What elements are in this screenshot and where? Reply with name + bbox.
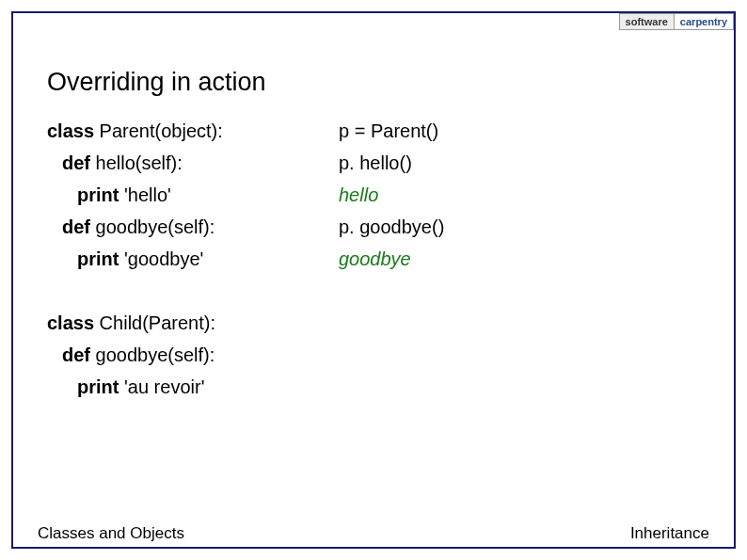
keyword-def: def <box>62 216 90 237</box>
keyword-print: print <box>77 184 119 205</box>
keyword-print: print <box>77 248 119 269</box>
code-line: print 'au revoir' <box>47 371 339 403</box>
code-text: Child(Parent): <box>94 312 215 333</box>
keyword-def: def <box>62 344 90 365</box>
code-line: p. goodbye() <box>339 211 700 243</box>
software-carpentry-logo: software carpentry <box>619 13 734 31</box>
slide-content: class Parent(object): def hello(self): p… <box>47 115 700 403</box>
code-line: class Parent(object): <box>47 115 339 147</box>
left-code-column: class Parent(object): def hello(self): p… <box>47 115 339 403</box>
keyword-class: class <box>47 120 94 141</box>
output-line: hello <box>339 179 700 211</box>
keyword-def: def <box>62 152 90 173</box>
blank-line <box>47 275 339 307</box>
footer-left: Classes and Objects <box>38 524 184 543</box>
code-line: def hello(self): <box>47 147 339 179</box>
output-line: goodbye <box>339 243 700 275</box>
code-text: 'au revoir' <box>119 376 204 397</box>
code-text: goodbye(self): <box>90 344 215 365</box>
code-line: print 'hello' <box>47 179 339 211</box>
code-line: print 'goodbye' <box>47 243 339 275</box>
logo-main: software carpentry <box>619 13 734 30</box>
code-line: def goodbye(self): <box>47 211 339 243</box>
code-line: p = Parent() <box>339 115 700 147</box>
logo-word-software: software <box>620 14 675 29</box>
code-text: hello(self): <box>90 152 183 173</box>
slide-title: Overriding in action <box>47 68 266 97</box>
code-text: Parent(object): <box>94 120 223 141</box>
right-code-column: p = Parent() p. hello() hello p. goodbye… <box>339 115 700 403</box>
keyword-print: print <box>77 376 119 397</box>
code-text: 'hello' <box>119 184 170 205</box>
code-line: p. hello() <box>339 147 700 179</box>
logo-word-carpentry: carpentry <box>675 14 733 29</box>
code-text: 'goodbye' <box>119 248 203 269</box>
code-line: class Child(Parent): <box>47 307 339 339</box>
code-line: def goodbye(self): <box>47 339 339 371</box>
footer-right: Inheritance <box>630 524 709 543</box>
code-text: goodbye(self): <box>90 216 215 237</box>
keyword-class: class <box>47 312 94 333</box>
